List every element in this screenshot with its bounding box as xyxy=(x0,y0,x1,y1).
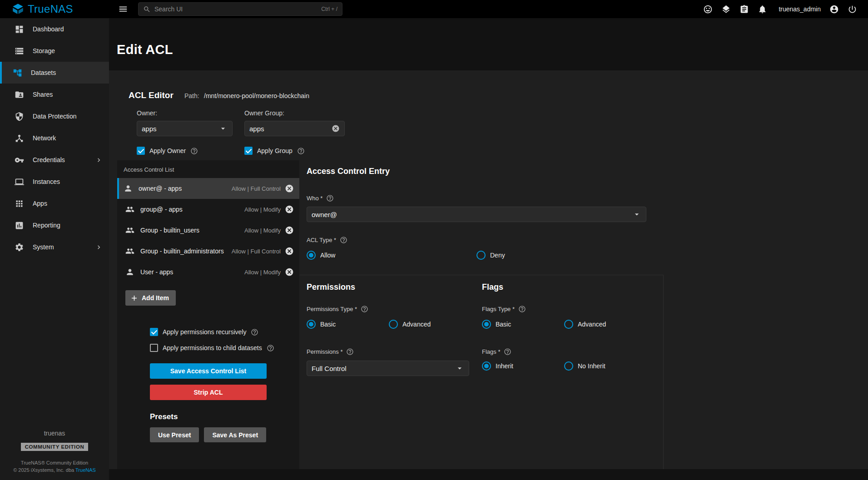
help-icon[interactable] xyxy=(361,305,368,313)
truenas-link[interactable]: TrueNAS xyxy=(75,467,96,473)
who-label: Who * xyxy=(307,195,322,202)
user-menu-button[interactable] xyxy=(829,5,839,14)
main-content: Edit ACL ACL Editor Path: /mnt/monero-po… xyxy=(109,18,868,480)
help-icon[interactable] xyxy=(326,194,334,202)
flags-heading: Flags xyxy=(482,282,663,292)
permissions-label: Permissions * xyxy=(307,348,342,355)
radio-permissions-advanced[interactable]: Advanced xyxy=(389,320,431,329)
menu-toggle-button[interactable] xyxy=(118,4,128,14)
clipboard-icon xyxy=(739,5,749,14)
acl-list-panel: Access Control List owner@ - apps Allow … xyxy=(117,160,299,469)
delete-entry-icon[interactable] xyxy=(285,247,294,256)
help-icon[interactable] xyxy=(190,147,198,155)
logo-text: TrueNAS xyxy=(28,3,73,15)
ace-heading: Access Control Entry xyxy=(307,167,868,176)
radio-allow[interactable]: Allow xyxy=(307,251,476,260)
sidebar-item-label: Storage xyxy=(33,47,55,54)
help-icon[interactable] xyxy=(346,348,354,356)
gear-icon xyxy=(15,242,24,252)
power-button[interactable] xyxy=(848,5,857,14)
delete-entry-icon[interactable] xyxy=(285,205,294,214)
jobs-button[interactable] xyxy=(721,5,731,14)
apply-owner-checkbox[interactable]: Apply Owner xyxy=(137,147,233,155)
radio-selected-indicator xyxy=(307,320,316,329)
network-hub-icon xyxy=(15,134,24,143)
shield-icon xyxy=(15,112,24,121)
layers-icon xyxy=(721,5,731,14)
people-icon xyxy=(125,226,134,235)
help-icon[interactable] xyxy=(267,344,274,352)
checkbox-checked xyxy=(137,147,145,155)
page-title: Edit ACL xyxy=(117,42,868,57)
footer-edition-line: TrueNAS® Community Edition xyxy=(0,459,109,466)
truenas-cube-icon xyxy=(12,3,24,15)
save-as-preset-button[interactable]: Save As Preset xyxy=(204,427,266,442)
sidebar-item-label: Credentials xyxy=(33,156,65,163)
radio-deny[interactable]: Deny xyxy=(476,251,505,260)
sidebar-item-datasets[interactable]: Datasets xyxy=(0,62,109,84)
sidebar-item-system[interactable]: System xyxy=(0,236,109,258)
sidebar-item-label: Apps xyxy=(33,200,47,207)
global-search[interactable]: Ctrl + / xyxy=(138,2,342,16)
permissions-select[interactable]: Full Control xyxy=(307,361,469,376)
recursive-checkbox[interactable]: Apply permissions recursively xyxy=(150,328,299,336)
sidebar-item-credentials[interactable]: Credentials xyxy=(0,149,109,171)
person-icon xyxy=(124,184,133,193)
sidebar-item-data-protection[interactable]: Data Protection xyxy=(0,105,109,127)
radio-inherit[interactable]: Inherit xyxy=(482,361,564,371)
delete-entry-icon[interactable] xyxy=(285,184,294,193)
storage-icon xyxy=(15,46,24,56)
feedback-button[interactable] xyxy=(703,5,713,14)
radio-flags-advanced[interactable]: Advanced xyxy=(564,320,606,329)
help-icon[interactable] xyxy=(340,236,347,244)
help-icon[interactable] xyxy=(251,328,258,336)
sidebar-item-dashboard[interactable]: Dashboard xyxy=(0,18,109,40)
delete-entry-icon[interactable] xyxy=(285,226,294,235)
datasets-tree-icon xyxy=(13,68,22,78)
acl-entry-row[interactable]: Group - builtin_administrators Allow | F… xyxy=(117,241,299,262)
power-icon xyxy=(848,5,857,14)
strip-acl-button[interactable]: Strip ACL xyxy=(150,385,267,400)
flags-column: Flags Flags Type * Basic xyxy=(482,275,663,469)
sidebar-item-shares[interactable]: Shares xyxy=(0,84,109,105)
radio-indicator xyxy=(564,320,573,329)
edition-badge: COMMUNITY EDITION xyxy=(21,443,89,451)
radio-permissions-basic[interactable]: Basic xyxy=(307,320,389,329)
child-datasets-checkbox[interactable]: Apply permissions to child datasets xyxy=(150,344,299,352)
who-select[interactable]: owner@ xyxy=(307,207,646,222)
checkbox-checked xyxy=(244,147,253,155)
add-item-button[interactable]: Add Item xyxy=(125,290,176,306)
sidebar-item-instances[interactable]: Instances xyxy=(0,171,109,193)
radio-flags-basic[interactable]: Basic xyxy=(482,320,564,329)
sidebar-item-reporting[interactable]: Reporting xyxy=(0,214,109,236)
notifications-button[interactable] xyxy=(758,5,767,14)
help-icon[interactable] xyxy=(518,305,526,313)
apply-group-checkbox[interactable]: Apply Group xyxy=(244,147,345,155)
owner-group-field[interactable] xyxy=(244,121,345,136)
search-input[interactable] xyxy=(154,5,317,13)
sidebar-item-storage[interactable]: Storage xyxy=(0,40,109,62)
truenas-logo[interactable]: TrueNAS xyxy=(0,3,109,15)
owner-select[interactable]: apps xyxy=(137,121,233,136)
acl-entry-row[interactable]: group@ - apps Allow | Modify xyxy=(117,199,299,220)
help-icon[interactable] xyxy=(504,348,511,356)
owner-group-input[interactable] xyxy=(249,125,332,133)
hostname: truenas xyxy=(0,430,109,437)
sidebar-item-apps[interactable]: Apps xyxy=(0,193,109,214)
clear-icon[interactable] xyxy=(332,124,340,133)
save-acl-button[interactable]: Save Access Control List xyxy=(150,363,267,379)
help-icon[interactable] xyxy=(297,147,305,155)
account-circle-icon xyxy=(829,5,839,14)
acl-entry-row[interactable]: owner@ - apps Allow | Full Control xyxy=(117,178,299,199)
logged-in-username: truenas_admin xyxy=(779,5,821,13)
delete-entry-icon[interactable] xyxy=(285,267,294,277)
radio-no-inherit[interactable]: No Inherit xyxy=(564,361,605,371)
flags-label: Flags * xyxy=(482,348,500,355)
acl-entry-row[interactable]: User - apps Allow | Modify xyxy=(117,262,299,282)
acl-entry-row[interactable]: Group - builtin_users Allow | Modify xyxy=(117,220,299,241)
tasks-button[interactable] xyxy=(739,5,749,14)
use-preset-button[interactable]: Use Preset xyxy=(150,427,199,442)
acl-type-label: ACL Type * xyxy=(307,237,336,243)
sidebar-item-network[interactable]: Network xyxy=(0,127,109,149)
sidebar-item-label: Datasets xyxy=(31,69,56,76)
